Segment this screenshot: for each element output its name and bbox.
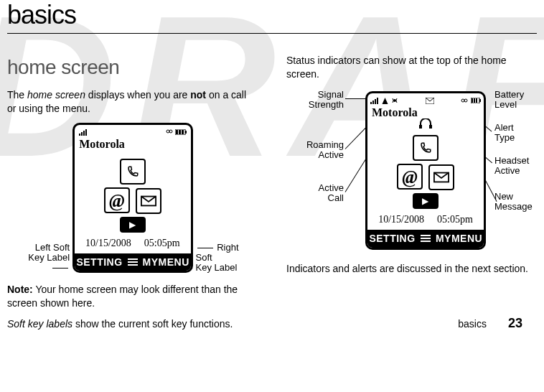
page-footer: basics 23 bbox=[458, 316, 522, 331]
text: Headset bbox=[494, 155, 529, 166]
message-app-icon bbox=[428, 164, 454, 190]
menu-softkey-icon bbox=[124, 253, 141, 271]
svg-point-5 bbox=[169, 130, 172, 133]
svg-rect-8 bbox=[176, 130, 178, 134]
callout-line bbox=[52, 268, 68, 269]
phone-screen: Motorola @ bbox=[72, 123, 192, 274]
svg-rect-2 bbox=[83, 131, 85, 136]
message-app-icon bbox=[136, 188, 161, 214]
svg-rect-22 bbox=[472, 98, 473, 103]
text: Signal bbox=[318, 89, 344, 100]
text: Key Label bbox=[28, 252, 70, 263]
text: Active bbox=[494, 165, 520, 176]
text: Left Soft bbox=[35, 242, 70, 253]
outro-paragraph: Indicators and alerts are discussed in t… bbox=[286, 262, 537, 276]
text: Active bbox=[319, 182, 344, 193]
text: Type bbox=[494, 132, 515, 143]
text-emphasis: home screen bbox=[27, 89, 85, 101]
text: Right Soft bbox=[196, 242, 239, 263]
call-app-icon bbox=[413, 135, 439, 161]
intro-paragraph: The home screen displays when you are no… bbox=[7, 88, 258, 116]
at-app-icon: @ bbox=[104, 187, 130, 213]
svg-rect-23 bbox=[474, 98, 475, 103]
right-softkey: MYMENU bbox=[434, 230, 484, 248]
brand-label: Motorola bbox=[75, 136, 190, 152]
svg-point-4 bbox=[167, 130, 169, 133]
call-app-icon bbox=[120, 159, 146, 185]
left-softkey: SETTING bbox=[75, 253, 124, 271]
at-app-icon: @ bbox=[397, 164, 423, 190]
text: Roaming bbox=[306, 139, 344, 150]
text: Active bbox=[319, 149, 344, 160]
text: Call bbox=[328, 192, 344, 203]
battery-icon bbox=[175, 129, 187, 135]
signal-icon bbox=[79, 129, 89, 136]
svg-rect-24 bbox=[476, 98, 477, 103]
text: displays when you are bbox=[85, 89, 190, 101]
active-call-callout: Active Call bbox=[301, 183, 344, 204]
svg-rect-12 bbox=[370, 102, 372, 104]
svg-rect-9 bbox=[179, 130, 181, 134]
svg-rect-13 bbox=[372, 101, 374, 104]
text: New bbox=[494, 191, 513, 202]
svg-rect-21 bbox=[479, 99, 481, 102]
alert-icon bbox=[166, 127, 173, 138]
svg-rect-0 bbox=[79, 134, 80, 136]
svg-rect-7 bbox=[185, 131, 187, 134]
alert-type-callout: Alert Type bbox=[494, 123, 515, 144]
svg-rect-25 bbox=[419, 125, 422, 129]
headset-icon bbox=[367, 118, 484, 132]
note-label: Note: bbox=[7, 284, 33, 295]
signal-icon bbox=[370, 98, 379, 104]
footer-label: basics bbox=[458, 318, 487, 330]
text-emphasis: Soft key labels bbox=[7, 318, 72, 330]
roaming-callout: Roaming Active bbox=[301, 140, 344, 161]
time-label: 05:05pm bbox=[144, 237, 180, 251]
left-softkey: SETTING bbox=[367, 230, 417, 248]
headset-callout: Headset Active bbox=[494, 156, 529, 177]
right-column: Status indicators can show at the top of… bbox=[286, 54, 537, 338]
intro-paragraph: Status indicators can show at the top of… bbox=[286, 54, 537, 81]
caption-paragraph: Soft key labels show the current soft ke… bbox=[7, 317, 258, 331]
svg-rect-26 bbox=[429, 125, 432, 129]
signal-strength-callout: Signal Strength bbox=[301, 90, 344, 111]
phone-figure-labeled: Left Soft Key Label bbox=[7, 123, 258, 274]
text: Your home screen may look different than… bbox=[7, 284, 238, 309]
message-icon bbox=[426, 98, 434, 104]
left-softkey-label-callout: Left Soft Key Label bbox=[7, 243, 70, 274]
svg-rect-15 bbox=[377, 98, 378, 104]
battery-icon bbox=[471, 98, 481, 103]
svg-rect-1 bbox=[81, 132, 83, 136]
time-label: 05:05pm bbox=[437, 213, 473, 227]
text: Level bbox=[494, 99, 517, 110]
right-softkey-label-callout: Right Soft Key Label bbox=[196, 243, 258, 274]
section-heading: home screen bbox=[7, 54, 258, 81]
roaming-icon bbox=[382, 98, 388, 104]
svg-point-18 bbox=[461, 99, 464, 102]
battery-callout: Battery Level bbox=[494, 90, 524, 111]
media-app-icon: ▶ bbox=[120, 217, 146, 233]
left-column: home screen The home screen displays whe… bbox=[7, 54, 258, 338]
right-softkey: MYMENU bbox=[141, 253, 191, 271]
phone-figure-callouts: Signal Strength Roaming Active Active Ca… bbox=[286, 91, 537, 249]
text: Alert bbox=[494, 122, 514, 133]
callout-line bbox=[197, 248, 213, 248]
phone-screen: Motorola @ bbox=[365, 91, 486, 250]
brand-label: Motorola bbox=[367, 105, 484, 121]
date-label: 10/15/2008 bbox=[378, 213, 424, 227]
text: Strength bbox=[309, 99, 344, 110]
page-title: basics bbox=[7, 0, 537, 34]
svg-rect-14 bbox=[375, 99, 376, 104]
text: Message bbox=[494, 201, 533, 212]
active-call-icon bbox=[391, 97, 398, 104]
page-number: 23 bbox=[508, 316, 522, 331]
date-label: 10/15/2008 bbox=[85, 237, 131, 251]
media-app-icon: ▶ bbox=[413, 193, 439, 209]
svg-rect-3 bbox=[85, 129, 87, 136]
text: Battery bbox=[494, 89, 524, 100]
svg-rect-10 bbox=[182, 130, 184, 134]
text-bold: not bbox=[190, 89, 206, 101]
menu-softkey-icon bbox=[417, 230, 434, 248]
text: The bbox=[7, 89, 27, 101]
text: show the current soft key functions. bbox=[72, 318, 233, 330]
